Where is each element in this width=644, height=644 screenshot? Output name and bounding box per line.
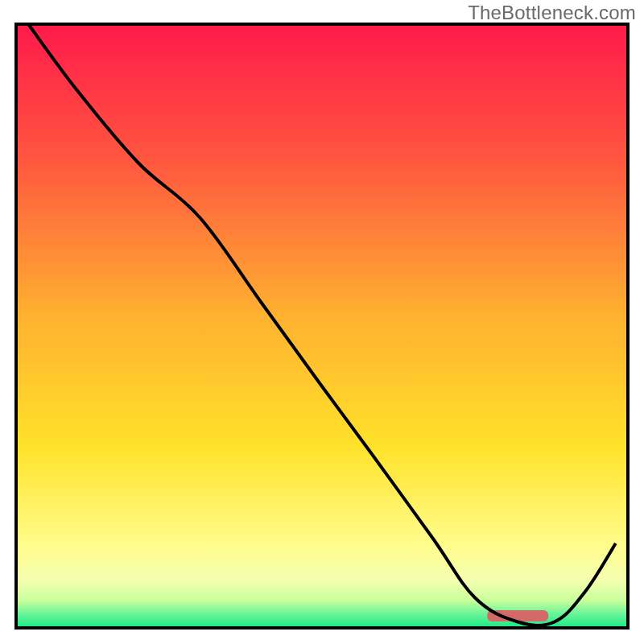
bottleneck-chart (0, 0, 644, 644)
chart-background (16, 24, 628, 628)
chart-container: TheBottleneck.com (0, 0, 644, 644)
